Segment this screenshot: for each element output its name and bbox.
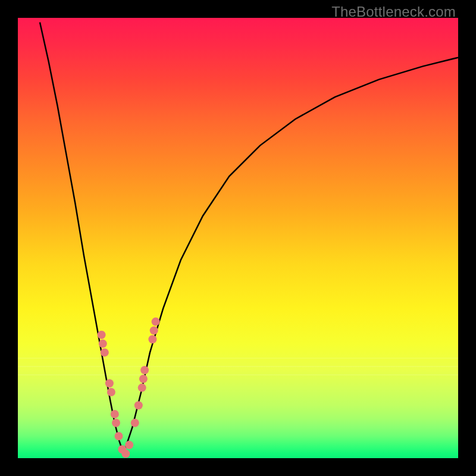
- marker-dot: [105, 379, 114, 387]
- chart-svg: [18, 18, 458, 458]
- marker-dot: [148, 335, 156, 343]
- yellow-band-ridges: [18, 358, 458, 375]
- bottleneck-curve-right: [124, 58, 458, 454]
- marker-dot: [138, 384, 146, 392]
- marker-dot: [134, 401, 143, 409]
- marker-dot: [112, 419, 120, 427]
- marker-dot: [152, 318, 160, 326]
- marker-dot: [101, 348, 109, 356]
- marker-dot: [150, 326, 158, 334]
- marker-dot: [121, 450, 130, 458]
- outer-frame: TheBottleneck.com: [0, 0, 476, 476]
- marker-dot: [115, 432, 123, 440]
- marker-dot: [131, 419, 139, 427]
- marker-dot: [98, 331, 106, 339]
- marker-dot: [139, 375, 148, 383]
- plot-area: [18, 18, 458, 458]
- marker-dot: [99, 340, 107, 348]
- marker-dot: [107, 388, 115, 396]
- marker-dot: [111, 410, 119, 418]
- marker-dot: [140, 366, 149, 374]
- marker-dot: [125, 441, 133, 449]
